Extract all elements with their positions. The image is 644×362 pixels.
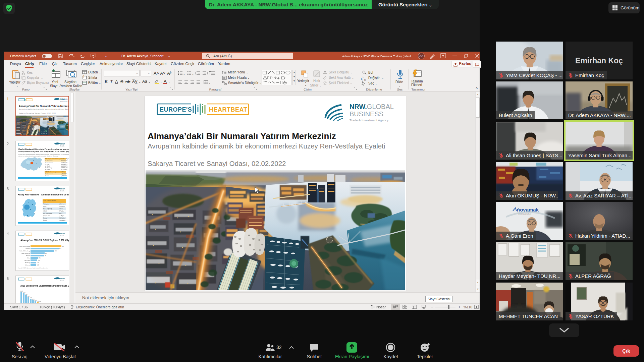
svg-text:Bavyera: Bavyera [26,248,30,249]
svg-text:114,096,172: 114,096,172 [61,164,67,165]
svg-text:Kuzey Ren-Vestfalya – Almanya': Kuzey Ren-Vestfalya – Almanya'nın Ekonom… [18,193,69,196]
svg-text:526/km²: 526/km² [59,208,63,209]
svg-text:Avrupa'nın kalbinde dinamik bi: Avrupa'nın kalbinde dinamik bir ekonomi … [19,108,68,110]
svg-text:600 km yarı çaplı çember içind: 600 km yarı çaplı çember içinde nüfus, M… [45,158,69,160]
svg-text:Nüfus Yoğunluğu: Nüfus Yoğunluğu [43,208,52,209]
svg-text:122: 122 [37,264,39,266]
svg-text:Aşağı Saksonya: Aşağı Saksonya [21,253,30,254]
svg-text:697 Milyar €: 697 Milyar € [59,210,65,212]
svg-text:145: 145 [38,260,40,261]
svg-text:1.847: 1.847 [37,301,39,302]
svg-text:BUS.: BUS. [60,190,65,192]
svg-text:193,2 Milyar €: 193,2 Milyar € [59,218,66,219]
svg-text:2021 Yılsonu Verileri: 2021 Yılsonu Verileri [43,200,56,201]
svg-text:697: 697 [62,246,64,247]
svg-text:BUS.: BUS. [60,235,65,237]
svg-text:İhracat: İhracat [43,217,47,219]
svg-text:3,881,971 €: 3,881,971 € [61,173,67,175]
svg-text:Hamburg: Hamburg [25,262,30,263]
svg-text:Kaynak: IT.NRW, Almanya ve Eya: Kaynak: IT.NRW, Almanya ve Eyalet İstati… [18,267,48,269]
svg-text:3. Paris: 3. Paris [45,164,49,165]
svg-text:2. Paris: 2. Paris [45,175,49,177]
svg-text:Almanya'daki Bir Numaralı Yatı: Almanya'daki Bir Numaralı Yatırım Merkez… [19,105,68,108]
svg-text:NRW.GL: NRW.GL [60,98,68,100]
svg-text:⌄: ⌄ [192,73,194,75]
svg-text:125,861,101: 125,861,101 [61,162,67,164]
svg-text:ederek bu kadar yüksek alışver: ederek bu kadar yüksek alışveriş gücüne … [18,155,58,157]
svg-text:Almanya'nın 2020 Yılı GSYH Top: Almanya'nın 2020 Yılı GSYH Toplamı: 3.33… [20,239,69,242]
svg-text:Baden-Württemberg: Baden-Württemberg [19,250,30,252]
svg-text:⌄: ⌄ [183,73,185,75]
svg-text:BUSINESS: BUSINESS [60,101,68,103]
svg-text:BUS.: BUS. [60,145,65,147]
svg-text:olan çemberin içinde 160 milyo: olan çemberin içinde 160 milyondan fazla… [18,150,69,153]
svg-text:2019 yılı itibarıyla uluslarar: 2019 yılı itibarıyla uluslararası karşıl… [20,285,69,287]
svg-text:EUROPE'S: EUROPE'S [160,106,192,113]
svg-text:2.715: 2.715 [32,299,35,300]
svg-text:293: 293 [45,253,47,254]
svg-text:38,878 €: 38,878 € [59,213,63,214]
svg-text:1.731: 1.731 [39,301,42,303]
svg-text:17,9 Milyon: 17,9 Milyon [59,206,65,207]
svg-text:123: 123 [37,262,39,263]
svg-text:34,110 km²: 34,110 km² [59,203,65,205]
svg-text:Eyalet Başkenti Düsseldorf'u m: Eyalet Başkenti Düsseldorf'u merkez alan… [18,148,69,150]
svg-text:155: 155 [39,257,41,259]
svg-text:9,3 Milyon: 9,3 Milyon [59,215,64,217]
svg-text:105,886,878: 105,886,878 [61,166,67,167]
svg-text:Saksonya: Saksonya [25,264,30,266]
svg-text:1. Düsseldorf: 1. Düsseldorf [45,173,52,175]
svg-text:Sakarya Ticaret ve Sanayi Odas: Sakarya Ticaret ve Sanayi Odası, 02.02.2… [19,112,56,114]
svg-text:281: 281 [45,255,47,256]
svg-text:5. Hamburg: 5. Hamburg [45,167,52,169]
svg-text:160,000,000: 160,000,000 [61,160,67,162]
svg-text:2.827: 2.827 [30,297,32,299]
svg-text:21.433: 21.433 [20,291,23,292]
svg-text:1. Düsseldorf: 1. Düsseldorf [45,160,52,162]
svg-text:Yüzölçümü: Yüzölçümü [43,203,49,205]
svg-text:2.001: 2.001 [35,300,37,301]
svg-text:5.080: 5.080 [25,294,28,295]
svg-text:˅: ˅ [73,56,74,58]
svg-text:2. Amsterdam: 2. Amsterdam [45,162,53,164]
svg-text:224,0 Milyar €: 224,0 Milyar € [59,220,66,221]
svg-text:Kişi Başı GSYH: Kişi Başı GSYH [43,213,52,214]
svg-text:3.861: 3.861 [28,296,30,297]
svg-text:İthalat: İthalat [43,220,47,221]
svg-text:Hessen: Hessen [26,255,30,256]
svg-text:Trade & Investment Agency: Trade & Investment Agency [350,118,389,122]
svg-text:⌄: ⌄ [209,82,211,84]
svg-text:111,549,465: 111,549,465 [61,169,67,170]
svg-text:Ren.-Pfalz: Ren.-Pfalz [24,260,30,261]
svg-text:500: 500 [55,250,57,252]
svg-text:GSYH satın alma gücü paritesi,: GSYH satın alma gücü paritesi, Milyar [45,171,66,173]
svg-text:HEARTBEAT: HEARTBEAT [209,106,247,113]
svg-text:Berlin: Berlin [27,257,30,259]
svg-text:3,484,632 €: 3,484,632 € [61,175,67,177]
svg-text:NRW.GLOBAL: NRW.GLOBAL [350,103,394,110]
svg-text:BUSINESS: BUSINESS [350,110,383,118]
svg-text:102,858,467: 102,858,467 [61,167,67,169]
svg-text:Çalışan Kişi: Çalışan Kişi [43,215,50,217]
svg-text:6. Berlin: 6. Berlin [45,169,50,170]
svg-text:615: 615 [59,248,61,249]
svg-text:GSYH: GSYH [43,210,47,212]
svg-text:BUS.: BUS. [60,280,65,282]
svg-text:Kuzey Ren-Vestfalya: Kuzey Ren-Vestfalya [19,246,30,247]
svg-text:4. Münih: 4. Münih [45,166,50,167]
svg-text:Nüfus: Nüfus [43,206,47,207]
svg-text:14.732: 14.732 [23,292,25,293]
